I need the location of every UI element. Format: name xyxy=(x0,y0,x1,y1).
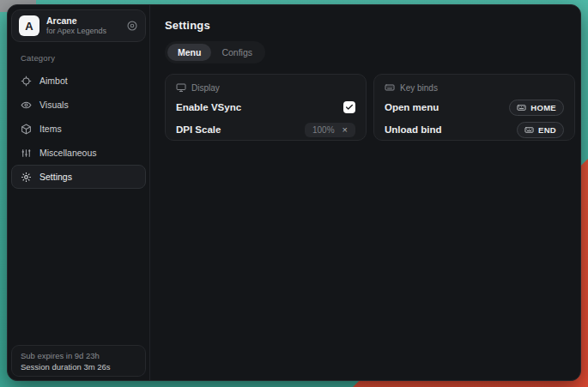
keybind-value: END xyxy=(538,125,556,135)
sidebar-item-items[interactable]: Items xyxy=(11,117,146,141)
crosshair-icon xyxy=(21,76,32,87)
display-card-title: Display xyxy=(191,83,220,93)
keybind-value: HOME xyxy=(530,103,556,112)
vsync-checkbox[interactable] xyxy=(343,101,355,113)
dpi-scale-value: 100% xyxy=(312,125,335,135)
check-icon xyxy=(345,100,354,115)
page-title: Settings xyxy=(165,19,575,32)
display-card-header: Display xyxy=(176,82,355,93)
brand-card: A Arcane for Apex Legends xyxy=(11,9,146,42)
unload-bind-row: Unload bind END xyxy=(385,122,564,137)
sidebar-item-label: Items xyxy=(39,124,62,134)
dpi-scale-input[interactable]: 100% × xyxy=(305,123,355,137)
clear-icon[interactable]: × xyxy=(342,125,348,134)
cube-icon xyxy=(21,124,32,135)
gear-icon xyxy=(21,172,32,183)
tab-bar: Menu Configs xyxy=(165,41,265,63)
sidebar-item-settings[interactable]: Settings xyxy=(11,165,146,189)
sidebar-item-aimbot[interactable]: Aimbot xyxy=(11,69,146,93)
monitor-icon xyxy=(176,82,186,93)
open-menu-row: Open menu HOME xyxy=(385,100,564,115)
app-logo: A xyxy=(19,15,39,36)
keyboard-icon xyxy=(524,125,534,135)
vsync-label: Enable VSync xyxy=(176,102,241,112)
sidebar-item-label: Miscellaneous xyxy=(39,148,97,158)
sidebar-item-visuals[interactable]: Visuals xyxy=(11,93,146,117)
eye-icon xyxy=(21,100,32,111)
display-card: Display Enable VSync DPI Scale xyxy=(165,74,367,141)
keybinds-card-title: Key binds xyxy=(400,83,438,93)
app-name: Arcane xyxy=(46,15,119,27)
keyboard-icon xyxy=(385,82,395,93)
sidebar-item-label: Settings xyxy=(39,172,72,182)
keybinds-card: Key binds Open menu HOME Unload bind xyxy=(373,74,575,141)
keyboard-icon xyxy=(517,103,526,112)
open-menu-keybind-button[interactable]: HOME xyxy=(509,100,564,116)
dpi-row: DPI Scale 100% × xyxy=(176,122,355,137)
sidebar-item-miscellaneous[interactable]: Miscellaneous xyxy=(11,141,146,165)
vsync-row: Enable VSync xyxy=(176,100,355,115)
sidebar-item-label: Aimbot xyxy=(39,76,68,86)
keybinds-card-header: Key binds xyxy=(385,82,564,93)
settings-cards: Display Enable VSync DPI Scale xyxy=(165,74,575,141)
tab-configs[interactable]: Configs xyxy=(211,44,263,61)
dpi-label: DPI Scale xyxy=(176,124,221,135)
app-window: A Arcane for Apex Legends Category Aimbo… xyxy=(7,4,581,381)
sliders-icon xyxy=(21,148,32,159)
unload-bind-label: Unload bind xyxy=(385,124,441,135)
session-duration-text: Session duration 3m 26s xyxy=(21,362,136,372)
tab-menu[interactable]: Menu xyxy=(167,44,211,61)
sidebar: A Arcane for Apex Legends Category Aimbo… xyxy=(8,5,150,380)
category-label: Category xyxy=(21,53,146,63)
unload-bind-keybind-button[interactable]: END xyxy=(517,122,564,138)
sidebar-nav: Aimbot Visuals Items xyxy=(11,69,146,189)
app-subtitle: for Apex Legends xyxy=(46,27,119,36)
brand-text: Arcane for Apex Legends xyxy=(46,15,119,36)
sub-expires-text: Sub expires in 9d 23h xyxy=(21,351,136,360)
emblem-icon[interactable] xyxy=(126,20,138,32)
subscription-info-card: Sub expires in 9d 23h Session duration 3… xyxy=(11,345,146,377)
main-content: Settings Menu Configs Display Enable VSy… xyxy=(150,5,581,380)
sidebar-item-label: Visuals xyxy=(39,100,69,110)
open-menu-label: Open menu xyxy=(385,102,439,112)
